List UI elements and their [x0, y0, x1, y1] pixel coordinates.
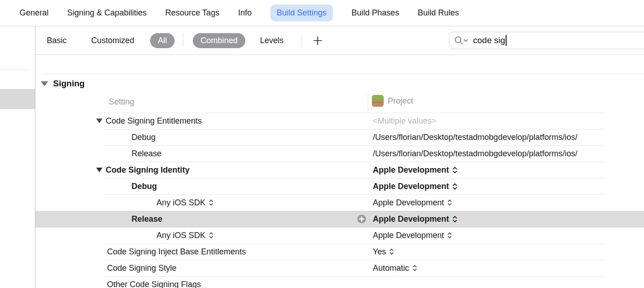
filter-customized-button[interactable]: Customized [91, 36, 134, 45]
toolbar-separator [302, 34, 302, 47]
row-identity-debug[interactable]: Debug Apple Development [0, 178, 644, 194]
setting-label: Any iOS SDK [156, 231, 214, 240]
setting-value-dropdown[interactable]: Apple Development [373, 214, 458, 224]
sidebar-divider [0, 69, 28, 70]
column-header-project-label: Project [388, 96, 413, 106]
tab-build-settings[interactable]: Build Settings [270, 5, 333, 21]
setting-value-dropdown[interactable]: Yes [373, 247, 394, 257]
stepper-icon[interactable] [452, 166, 458, 174]
stepper-icon[interactable] [447, 232, 452, 239]
setting-value-dropdown[interactable]: Automatic [373, 263, 417, 273]
tab-general[interactable]: General [20, 8, 49, 18]
row-identity-release-any-ios-sdk[interactable]: Any iOS SDK Apple Development [0, 227, 644, 243]
table-top-rule [42, 74, 644, 74]
stepper-icon[interactable] [452, 215, 458, 223]
stepper-icon[interactable] [209, 199, 214, 207]
stepper-icon[interactable] [452, 182, 458, 190]
filter-all-button[interactable]: All [150, 33, 175, 48]
setting-value[interactable]: /Users/florian/Desktop/testadmobgdevelop… [373, 149, 644, 159]
setting-value[interactable]: <Multiple values> [373, 116, 436, 126]
plus-circle-icon [357, 215, 366, 223]
tab-signing-capabilities[interactable]: Signing & Capabilities [67, 8, 146, 18]
setting-value-dropdown[interactable]: Apple Development [373, 231, 452, 240]
project-editor-tab-bar: General Signing & Capabilities Resource … [0, 0, 644, 26]
build-settings-search-field[interactable]: code sig [449, 32, 644, 49]
setting-value[interactable]: /Users/florian/Desktop/testadmobgdevelop… [373, 133, 644, 142]
setting-label: Code Signing Inject Base Entitlements [107, 247, 246, 257]
setting-label: Release [132, 149, 161, 159]
section-title: Signing [53, 79, 85, 89]
filter-combined-button[interactable]: Combined [193, 33, 245, 48]
row-code-signing-style[interactable]: Code Signing Style Automatic [0, 260, 644, 276]
row-entitlements-release[interactable]: Release /Users/florian/Desktop/testadmob… [0, 145, 644, 162]
toolbar-separator [183, 34, 183, 47]
setting-label: Other Code Signing Flags [107, 280, 201, 288]
setting-label: Code Signing Style [107, 263, 176, 273]
tab-info[interactable]: Info [238, 8, 252, 18]
setting-value-dropdown[interactable]: Apple Development [373, 165, 458, 175]
tab-resource-tags[interactable]: Resource Tags [165, 8, 220, 18]
setting-label: Debug [132, 182, 157, 191]
row-entitlements-debug[interactable]: Debug /Users/florian/Desktop/testadmobgd… [0, 129, 644, 145]
row-code-signing-entitlements[interactable]: Code Signing Entitlements <Multiple valu… [0, 113, 644, 129]
stepper-icon[interactable] [209, 232, 214, 239]
column-header-project: Project [372, 95, 413, 107]
row-other-code-signing-flags[interactable]: Other Code Signing Flags [0, 276, 644, 288]
project-app-icon [372, 95, 384, 107]
search-icon[interactable] [454, 35, 469, 45]
column-divider [368, 94, 368, 111]
tab-build-phases[interactable]: Build Phases [351, 8, 399, 18]
row-code-signing-identity[interactable]: Code Signing Identity Apple Development [0, 162, 644, 178]
setting-label: Code Signing Identity [106, 165, 190, 175]
sidebar-selected-target-row[interactable] [0, 89, 35, 109]
filter-levels-button[interactable]: Levels [260, 36, 283, 45]
row-identity-debug-any-ios-sdk[interactable]: Any iOS SDK Apple Development [0, 194, 644, 211]
row-identity-release-selected[interactable]: Release Apple Development [0, 211, 644, 227]
text-caret [506, 35, 507, 46]
setting-label: Code Signing Entitlements [106, 116, 202, 126]
add-build-setting-button[interactable] [312, 35, 323, 46]
stepper-icon[interactable] [447, 199, 452, 207]
xcode-build-settings-pane: General Signing & Capabilities Resource … [0, 0, 644, 288]
disclosure-triangle-icon[interactable] [41, 81, 48, 86]
signing-section-header[interactable]: Signing [41, 77, 85, 90]
stepper-icon[interactable] [412, 264, 417, 272]
add-conditional-setting-button[interactable] [357, 215, 366, 223]
setting-label: Debug [132, 133, 156, 142]
column-header-setting: Setting [109, 97, 134, 107]
row-inject-base-entitlements[interactable]: Code Signing Inject Base Entitlements Ye… [0, 243, 644, 260]
search-input-value[interactable]: code sig [473, 35, 505, 45]
plus-icon [313, 36, 322, 45]
disclosure-triangle-icon[interactable] [96, 119, 102, 123]
disclosure-triangle-icon[interactable] [96, 168, 102, 172]
setting-label: Any iOS SDK [156, 198, 214, 208]
setting-label: Release [132, 214, 162, 224]
tab-build-rules[interactable]: Build Rules [418, 8, 459, 18]
filter-basic-button[interactable]: Basic [47, 36, 67, 45]
stepper-icon[interactable] [389, 248, 394, 256]
setting-value-dropdown[interactable]: Apple Development [373, 198, 452, 208]
setting-value-dropdown[interactable]: Apple Development [373, 182, 458, 191]
